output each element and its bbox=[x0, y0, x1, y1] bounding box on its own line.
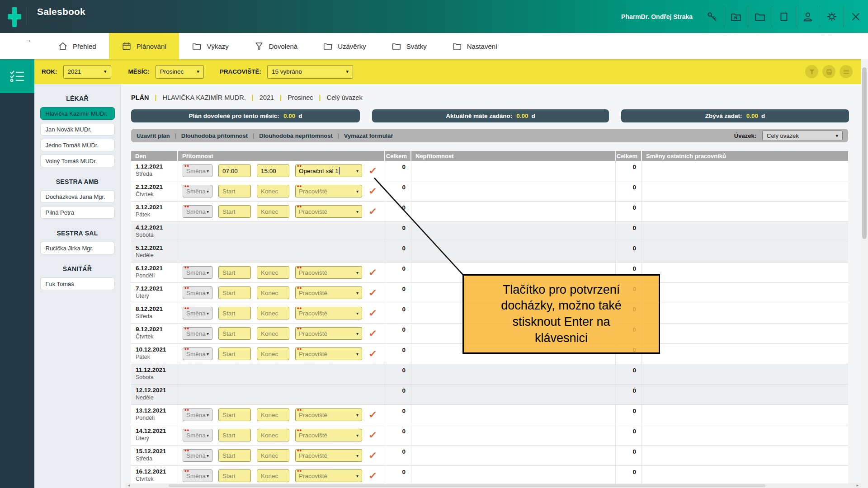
start-time-input[interactable] bbox=[218, 185, 251, 197]
end-time-input[interactable] bbox=[257, 408, 289, 421]
horizontal-scrollbar-thumb[interactable] bbox=[169, 484, 765, 487]
confirm-check-icon[interactable]: ✓ bbox=[368, 287, 377, 298]
end-time-input[interactable] bbox=[257, 286, 289, 299]
smena-select[interactable]: ••Směna▾ bbox=[183, 286, 212, 299]
uvazek-select[interactable]: Celý úvazek ▾ bbox=[762, 130, 843, 141]
toolbar-action[interactable]: Dlouhodobá přítomnost bbox=[181, 132, 248, 139]
folder-new-icon[interactable] bbox=[728, 9, 744, 24]
confirm-check-icon[interactable]: ✓ bbox=[368, 267, 377, 278]
smena-select[interactable]: ••Směna▾ bbox=[183, 429, 212, 441]
end-time-input[interactable] bbox=[257, 429, 289, 441]
confirm-check-icon[interactable]: ✓ bbox=[368, 450, 377, 461]
sidebar-item[interactable]: Docházková Jana Mgr. bbox=[40, 190, 115, 203]
tab-svatky[interactable]: Svátky bbox=[379, 33, 439, 59]
tab-prehled[interactable]: Přehled bbox=[45, 33, 109, 59]
smena-select[interactable]: ••Směna▾ bbox=[183, 449, 212, 462]
end-time-input[interactable] bbox=[257, 266, 289, 279]
sidebar-item[interactable]: Pilná Petra bbox=[40, 206, 115, 219]
pracoviste-select[interactable]: ••Operační sál 1▾ bbox=[295, 164, 362, 177]
folder-icon[interactable] bbox=[752, 9, 768, 24]
smena-select[interactable]: ••Směna▾ bbox=[183, 266, 212, 279]
pracoviste-select[interactable]: ••Pracoviště▾ bbox=[295, 327, 362, 340]
key-icon[interactable] bbox=[704, 9, 720, 24]
tab-vykazy[interactable]: Výkazy bbox=[179, 33, 241, 59]
end-time-input[interactable] bbox=[257, 327, 289, 340]
confirm-check-icon[interactable]: ✓ bbox=[368, 206, 377, 217]
tab-dovolena[interactable]: Dovolená bbox=[241, 33, 310, 59]
confirm-check-icon[interactable]: ✓ bbox=[368, 348, 377, 359]
gear-icon[interactable] bbox=[824, 9, 840, 24]
start-time-input[interactable] bbox=[218, 429, 251, 441]
toolbar-action[interactable]: Vymazat formulář bbox=[344, 132, 393, 139]
confirm-check-icon[interactable]: ✓ bbox=[368, 430, 377, 441]
filter-button[interactable] bbox=[805, 65, 818, 78]
end-time-input[interactable] bbox=[257, 449, 289, 462]
pracoviste-select[interactable]: ••Pracoviště▾ bbox=[295, 266, 362, 279]
plan-list-button[interactable] bbox=[0, 59, 34, 93]
confirm-check-icon[interactable]: ✓ bbox=[368, 308, 377, 319]
toolbar-action[interactable]: Uzavřít plán bbox=[137, 132, 170, 139]
sidebar-item[interactable]: Jan Novák MUDr. bbox=[40, 123, 115, 136]
tab-nastaveni[interactable]: Nastavení bbox=[439, 33, 510, 59]
start-time-input[interactable] bbox=[218, 286, 251, 299]
vertical-scrollbar[interactable] bbox=[861, 59, 868, 488]
smena-select[interactable]: ••Směna▾ bbox=[183, 327, 212, 340]
menu-button[interactable] bbox=[840, 65, 853, 78]
pracoviste-select[interactable]: ••Pracoviště▾ bbox=[295, 449, 362, 462]
scroll-left-arrow-icon[interactable]: ◄ bbox=[127, 483, 131, 488]
sidebar-item[interactable]: Ručička Jirka Mgr. bbox=[40, 242, 115, 254]
sidebar-item[interactable]: Hlavička Kazimír MUDr. bbox=[40, 107, 115, 120]
start-time-input[interactable] bbox=[218, 266, 251, 279]
end-time-input[interactable] bbox=[257, 164, 289, 177]
smena-select[interactable]: ••Směna▾ bbox=[183, 469, 212, 482]
close-icon[interactable] bbox=[848, 9, 863, 24]
rok-select[interactable]: 2021 ▾ bbox=[63, 65, 111, 79]
end-time-input[interactable] bbox=[257, 185, 289, 197]
smena-select[interactable]: ••Směna▾ bbox=[183, 347, 212, 360]
window-icon[interactable] bbox=[776, 9, 792, 24]
user-icon[interactable] bbox=[800, 9, 816, 24]
toolbar-action[interactable]: Dlouhodobá nepřítomnost bbox=[259, 132, 332, 139]
start-time-input[interactable] bbox=[218, 347, 251, 360]
start-time-input[interactable] bbox=[218, 408, 251, 421]
start-time-input[interactable] bbox=[218, 327, 251, 340]
end-time-input[interactable] bbox=[257, 307, 289, 319]
smena-select[interactable]: ••Směna▾ bbox=[183, 164, 212, 177]
vertical-scrollbar-thumb[interactable] bbox=[862, 67, 867, 239]
start-time-input[interactable] bbox=[218, 205, 251, 218]
pracoviste-select[interactable]: ••Pracoviště▾ bbox=[295, 307, 362, 319]
pracoviste-select[interactable]: ••Pracoviště▾ bbox=[295, 469, 362, 482]
smena-select[interactable]: ••Směna▾ bbox=[183, 307, 212, 319]
tab-uzaverky[interactable]: Uzávěrky bbox=[310, 33, 379, 59]
confirm-check-icon[interactable]: ✓ bbox=[368, 328, 377, 339]
pracoviste-select[interactable]: ••Pracoviště▾ bbox=[295, 429, 362, 441]
sidebar-item[interactable]: Jedno Tomáš MUDr. bbox=[40, 139, 115, 151]
start-time-input[interactable] bbox=[218, 164, 251, 177]
print-button[interactable] bbox=[822, 65, 835, 78]
smena-select[interactable]: ••Směna▾ bbox=[183, 408, 212, 421]
pracoviste-select[interactable]: ••Pracoviště▾ bbox=[295, 286, 362, 299]
confirm-check-icon[interactable]: ✓ bbox=[368, 470, 377, 481]
pracoviste-select[interactable]: ••Pracoviště▾ bbox=[295, 185, 362, 197]
scroll-right-arrow-icon[interactable]: ► bbox=[856, 483, 859, 488]
confirm-check-icon[interactable]: ✓ bbox=[368, 186, 377, 197]
sidebar-item[interactable]: Fuk Tomáš bbox=[40, 277, 115, 290]
pracoviste-select[interactable]: 15 vybráno ▾ bbox=[267, 65, 353, 79]
horizontal-scrollbar[interactable]: ◄ ► bbox=[126, 483, 861, 488]
pracoviste-select[interactable]: ••Pracoviště▾ bbox=[295, 347, 362, 360]
smena-select[interactable]: ••Směna▾ bbox=[183, 185, 212, 197]
mesic-select[interactable]: Prosinec ▾ bbox=[156, 65, 204, 79]
pracoviste-select[interactable]: ••Pracoviště▾ bbox=[295, 205, 362, 218]
collapse-arrow-icon[interactable]: → bbox=[25, 36, 32, 43]
end-time-input[interactable] bbox=[257, 205, 289, 218]
end-time-input[interactable] bbox=[257, 469, 289, 482]
sidebar-item[interactable]: Volný Tomáš MUDr. bbox=[40, 155, 115, 167]
start-time-input[interactable] bbox=[218, 469, 251, 482]
pracoviste-select[interactable]: ••Pracoviště▾ bbox=[295, 408, 362, 421]
confirm-check-icon[interactable]: ✓ bbox=[368, 409, 377, 420]
smena-select[interactable]: ••Směna▾ bbox=[183, 205, 212, 218]
end-time-input[interactable] bbox=[257, 347, 289, 360]
start-time-input[interactable] bbox=[218, 307, 251, 319]
tab-planovani[interactable]: Plánování bbox=[109, 33, 179, 59]
start-time-input[interactable] bbox=[218, 449, 251, 462]
